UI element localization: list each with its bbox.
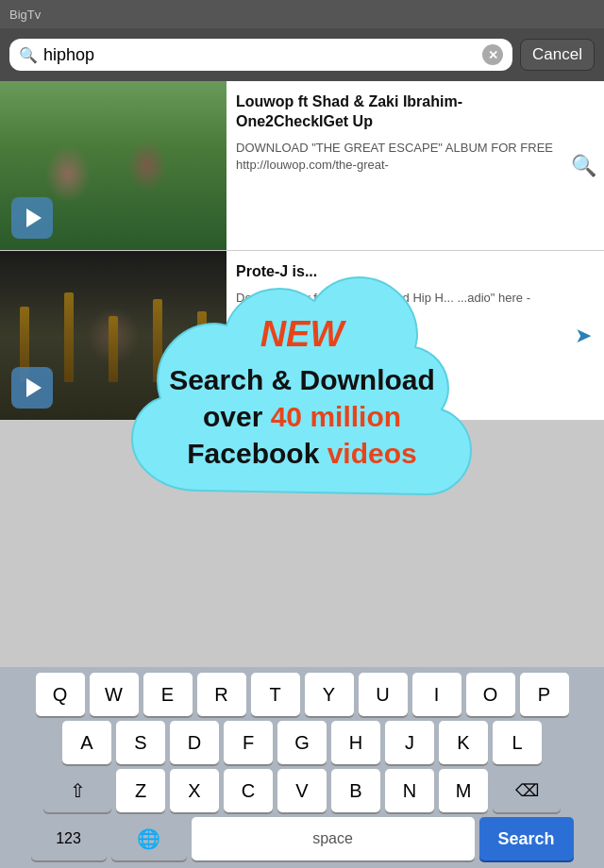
key-K[interactable]: K xyxy=(439,721,488,764)
key-123[interactable]: 123 xyxy=(31,817,107,860)
promo-cloud: NEW Search & Download over 40 million Fa… xyxy=(104,245,500,538)
key-Q[interactable]: Q xyxy=(36,673,85,716)
result-item: Louwop ft Shad & Zaki Ibrahim- One2Check… xyxy=(0,81,604,251)
play-button-2[interactable] xyxy=(11,367,53,409)
search-input[interactable] xyxy=(43,45,477,65)
key-globe[interactable]: 🌐 xyxy=(111,817,187,860)
key-F[interactable]: F xyxy=(224,721,273,764)
key-space[interactable]: space xyxy=(192,817,475,860)
keyboard-row-1: Q W E R T Y U I O P xyxy=(4,673,600,716)
key-X[interactable]: X xyxy=(170,769,219,812)
key-shift[interactable]: ⇧ xyxy=(43,769,111,812)
key-M[interactable]: M xyxy=(439,769,488,812)
key-delete[interactable]: ⌫ xyxy=(493,769,561,812)
result-action-share-2[interactable]: ➤ xyxy=(562,251,604,420)
clear-button[interactable]: ✕ xyxy=(482,44,503,65)
top-partial-bar: BigTv xyxy=(0,0,604,28)
cloud-shape: NEW Search & Download over 40 million Fa… xyxy=(104,245,500,538)
key-B[interactable]: B xyxy=(331,769,380,812)
cloud-text: NEW Search & Download over 40 million Fa… xyxy=(141,302,463,481)
key-Z[interactable]: Z xyxy=(116,769,165,812)
key-U[interactable]: U xyxy=(359,673,408,716)
key-V[interactable]: V xyxy=(277,769,327,812)
result-text-1: Louwop ft Shad & Zaki Ibrahim- One2Check… xyxy=(226,81,562,250)
search-action-icon-1: 🔍 xyxy=(571,154,596,178)
result-desc-1: DOWNLOAD "THE GREAT ESCAPE" ALBUM FOR FR… xyxy=(236,140,553,174)
cancel-button[interactable]: Cancel xyxy=(520,39,595,71)
search-bar: 🔍 ✕ Cancel xyxy=(0,28,604,81)
key-G[interactable]: G xyxy=(277,721,327,764)
key-T[interactable]: T xyxy=(251,673,300,716)
promo-line3-prefix: Facebook xyxy=(187,438,327,469)
key-E[interactable]: E xyxy=(143,673,193,716)
promo-line2-highlight: 40 million xyxy=(271,401,401,432)
keyboard-row-3: ⇧ Z X C V B N M ⌫ xyxy=(4,769,600,812)
share-action-icon-2: ➤ xyxy=(575,324,592,348)
promo-new-label: NEW xyxy=(169,311,435,358)
play-icon-1 xyxy=(26,209,42,227)
key-R[interactable]: R xyxy=(197,673,246,716)
keyboard: Q W E R T Y U I O P A S D F G H J K L ⇧ … xyxy=(0,667,604,868)
key-N[interactable]: N xyxy=(385,769,434,812)
key-D[interactable]: D xyxy=(170,721,219,764)
key-A[interactable]: A xyxy=(62,721,111,764)
key-W[interactable]: W xyxy=(90,673,139,716)
keyboard-bottom-row: 123 🌐 space Search xyxy=(4,817,600,860)
search-icon: 🔍 xyxy=(19,46,38,64)
promo-main-text: Search & Download over 40 million Facebo… xyxy=(169,364,435,469)
play-icon-2 xyxy=(26,378,42,397)
key-O[interactable]: O xyxy=(466,673,515,716)
promo-line2-prefix: over xyxy=(203,401,271,432)
promo-line1: Search & Download xyxy=(169,364,435,395)
key-L[interactable]: L xyxy=(493,721,542,764)
key-S[interactable]: S xyxy=(116,721,165,764)
result-action-search-1[interactable]: 🔍 xyxy=(562,81,604,250)
result-thumbnail-1 xyxy=(0,81,226,250)
result-title-1: Louwop ft Shad & Zaki Ibrahim- One2Check… xyxy=(236,92,553,132)
search-key[interactable]: Search xyxy=(479,817,574,860)
key-P[interactable]: P xyxy=(520,673,569,716)
key-Y[interactable]: Y xyxy=(305,673,354,716)
play-button-1[interactable] xyxy=(11,197,53,239)
keyboard-row-2: A S D F G H J K L xyxy=(4,721,600,764)
guitar-2 xyxy=(64,292,74,382)
key-J[interactable]: J xyxy=(385,721,434,764)
key-H[interactable]: H xyxy=(331,721,380,764)
key-I[interactable]: I xyxy=(412,673,461,716)
top-partial-text: BigTv xyxy=(9,8,41,22)
search-input-wrapper[interactable]: 🔍 ✕ xyxy=(9,39,512,71)
key-C[interactable]: C xyxy=(224,769,273,812)
promo-line3-highlight: videos xyxy=(327,438,417,469)
